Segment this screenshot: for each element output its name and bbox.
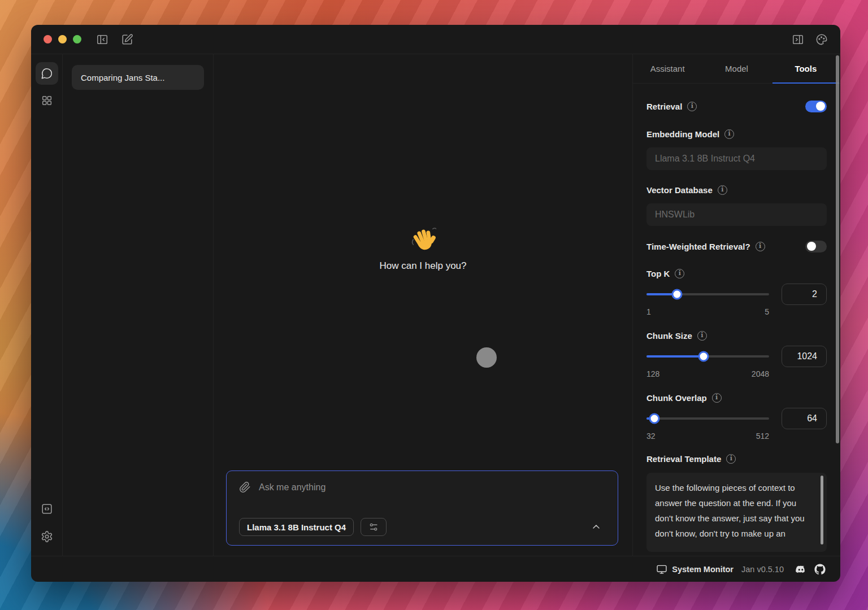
retrieval-toggle[interactable] <box>805 101 827 112</box>
nav-rail <box>31 54 63 556</box>
model-settings-button[interactable] <box>361 518 387 536</box>
info-icon[interactable]: i <box>675 269 684 278</box>
chunk-overlap-label: Chunk Overlap <box>646 393 707 403</box>
time-weighted-toggle[interactable] <box>805 241 827 252</box>
tab-assistant[interactable]: Assistant <box>633 54 702 83</box>
tab-tools[interactable]: Tools <box>771 54 840 83</box>
tab-model[interactable]: Model <box>702 54 771 83</box>
thread-list: Comparing Jans Sta... <box>63 54 214 556</box>
retrieval-label: Retrieval <box>646 102 682 111</box>
panel-scrollbar[interactable] <box>836 55 839 443</box>
panel-tabs: Assistant Model Tools <box>633 54 840 84</box>
info-icon[interactable]: i <box>687 102 697 111</box>
settings-gear-icon <box>41 530 53 543</box>
traffic-lights <box>44 35 81 43</box>
info-icon[interactable]: i <box>718 185 727 195</box>
chat-input-placeholder: Ask me anything <box>259 482 326 493</box>
info-icon[interactable]: i <box>724 129 734 139</box>
chunk-size-min: 128 <box>646 369 659 378</box>
zoom-button[interactable] <box>73 35 81 43</box>
chunk-size-label: Chunk Size <box>646 331 692 341</box>
vector-database-label: Vector Database <box>646 185 713 195</box>
info-icon[interactable]: i <box>697 331 707 341</box>
minimize-button[interactable] <box>58 35 67 43</box>
chunk-overlap-slider[interactable] <box>646 417 769 420</box>
panel-left-close-icon <box>96 33 108 46</box>
chunk-overlap-min: 32 <box>646 432 656 441</box>
info-icon[interactable]: i <box>756 242 765 251</box>
new-thread-button[interactable] <box>119 31 136 48</box>
theme-button[interactable] <box>813 31 830 48</box>
discord-icon[interactable] <box>795 564 806 575</box>
chunk-size-max: 2048 <box>752 369 769 378</box>
titlebar <box>31 25 840 54</box>
paperclip-icon[interactable] <box>239 481 251 493</box>
chevron-up-icon[interactable] <box>591 521 602 533</box>
app-window: Comparing Jans Sta... <box>31 25 840 582</box>
greeting-text: How can I help you? <box>214 260 632 272</box>
system-monitor-label: System Monitor <box>672 565 734 574</box>
textarea-scrollbar[interactable] <box>821 476 823 544</box>
sliders-icon <box>368 522 379 532</box>
nav-hub-button[interactable] <box>36 89 58 112</box>
chunk-size-slider[interactable] <box>646 355 769 358</box>
retrieval-template-label: Retrieval Template <box>646 454 721 464</box>
compose-icon <box>121 33 133 46</box>
panel-right-icon <box>792 33 804 46</box>
embedding-model-input: Llama 3.1 8B Instruct Q4 <box>646 147 827 170</box>
system-monitor-button[interactable]: System Monitor <box>656 564 734 575</box>
nav-threads-button[interactable] <box>36 62 58 85</box>
top-k-value-input[interactable]: 2 <box>782 284 827 305</box>
time-weighted-label: Time-Weighted Retrieval? <box>646 242 750 251</box>
embedding-model-label: Embedding Model <box>646 129 719 139</box>
model-selector-button[interactable]: Llama 3.1 8B Instruct Q4 <box>239 518 354 536</box>
model-selector-label: Llama 3.1 8B Instruct Q4 <box>247 522 346 532</box>
info-icon[interactable]: i <box>712 393 722 403</box>
vector-database-input: HNSWLib <box>646 203 827 226</box>
tools-settings: Retrievali Embedding Modeli Llama 3.1 8B… <box>633 84 840 556</box>
status-bar: System Monitor Jan v0.5.10 <box>31 556 840 582</box>
close-button[interactable] <box>44 35 52 43</box>
chunk-size-value-input[interactable]: 1024 <box>782 346 827 367</box>
toggle-left-panel-button[interactable] <box>94 31 111 48</box>
retrieval-template-textarea[interactable]: Use the following pieces of context to a… <box>646 473 827 552</box>
api-server-icon <box>41 503 53 515</box>
chat-area: How can I help you? Ask me anything Llam… <box>214 54 632 556</box>
info-icon[interactable]: i <box>726 454 736 464</box>
app-version: Jan v0.5.10 <box>741 565 784 574</box>
right-panel: Assistant Model Tools Retrievali Embeddi… <box>632 54 840 556</box>
cursor-dot <box>476 347 497 368</box>
chat-icon <box>41 67 53 80</box>
palette-icon <box>815 33 828 46</box>
top-k-label: Top K <box>646 269 670 278</box>
apps-grid-icon <box>41 94 53 107</box>
local-api-server-button[interactable] <box>36 498 58 520</box>
empty-state: How can I help you? <box>214 226 632 272</box>
monitor-icon <box>656 564 667 575</box>
chat-input-box[interactable]: Ask me anything Llama 3.1 8B Instruct Q4 <box>226 470 618 546</box>
top-k-min: 1 <box>646 307 651 316</box>
settings-button[interactable] <box>36 525 58 548</box>
chunk-overlap-max: 512 <box>756 432 769 441</box>
chunk-overlap-value-input[interactable]: 64 <box>782 408 827 429</box>
github-icon[interactable] <box>814 564 826 575</box>
top-k-slider[interactable] <box>646 293 769 295</box>
thread-list-item[interactable]: Comparing Jans Sta... <box>72 65 204 90</box>
top-k-max: 5 <box>765 307 769 316</box>
thread-title: Comparing Jans Sta... <box>81 73 164 82</box>
toggle-right-panel-button[interactable] <box>789 31 806 48</box>
wave-hand-icon <box>410 226 436 255</box>
